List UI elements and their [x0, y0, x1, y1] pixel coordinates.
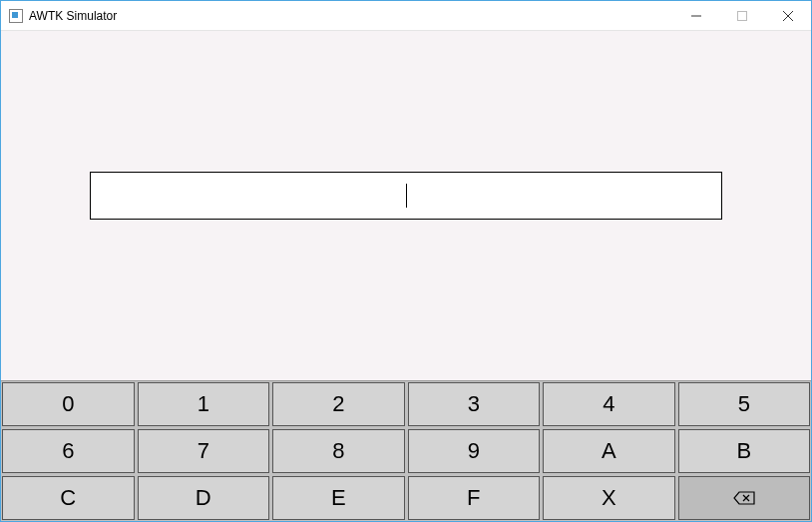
titlebar: AWTK Simulator [1, 1, 811, 31]
key-b[interactable]: B [678, 429, 811, 473]
key-9[interactable]: 9 [408, 429, 541, 473]
app-icon [9, 9, 23, 23]
key-a[interactable]: A [543, 429, 675, 473]
key-7[interactable]: 7 [138, 429, 270, 473]
key-3[interactable]: 3 [408, 382, 541, 426]
key-1[interactable]: 1 [138, 382, 270, 426]
maximize-button[interactable] [719, 1, 765, 30]
key-row-1: 6 7 8 9 A B [2, 429, 810, 473]
key-5[interactable]: 5 [678, 382, 811, 426]
keyboard: 0 1 2 3 4 5 6 7 8 9 A B C D E F X [1, 380, 811, 521]
key-row-0: 0 1 2 3 4 5 [2, 382, 810, 426]
key-f[interactable]: F [408, 476, 541, 520]
window: AWTK Simulator 0 1 2 3 4 5 [0, 0, 812, 522]
backspace-icon [733, 491, 755, 505]
key-row-2: C D E F X [2, 476, 810, 520]
key-d[interactable]: D [138, 476, 270, 520]
window-title: AWTK Simulator [29, 9, 673, 23]
text-input[interactable] [90, 172, 722, 220]
key-x[interactable]: X [543, 476, 675, 520]
key-backspace[interactable] [678, 476, 811, 520]
minimize-button[interactable] [673, 1, 719, 30]
key-2[interactable]: 2 [272, 382, 405, 426]
text-cursor [406, 184, 407, 208]
window-controls [673, 1, 811, 30]
key-c[interactable]: C [2, 476, 135, 520]
key-0[interactable]: 0 [2, 382, 135, 426]
key-6[interactable]: 6 [2, 429, 135, 473]
key-8[interactable]: 8 [272, 429, 405, 473]
key-4[interactable]: 4 [543, 382, 675, 426]
key-e[interactable]: E [272, 476, 405, 520]
content-area [1, 31, 811, 380]
svg-rect-1 [738, 11, 747, 20]
close-button[interactable] [765, 1, 811, 30]
